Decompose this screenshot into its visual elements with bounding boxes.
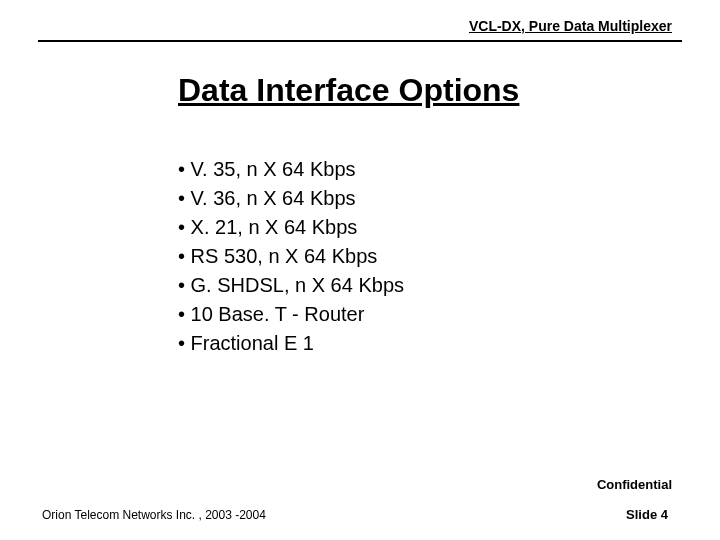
confidential-label: Confidential <box>597 477 672 492</box>
header-label: VCL-DX, Pure Data Multiplexer <box>469 18 672 34</box>
list-item: V. 36, n X 64 Kbps <box>178 184 404 213</box>
footer-org: Orion Telecom Networks Inc. , 2003 -2004 <box>42 508 266 522</box>
page-title: Data Interface Options <box>178 72 519 109</box>
bullet-list: V. 35, n X 64 Kbps V. 36, n X 64 Kbps X.… <box>178 155 404 358</box>
list-item: G. SHDSL, n X 64 Kbps <box>178 271 404 300</box>
list-item: V. 35, n X 64 Kbps <box>178 155 404 184</box>
list-item: RS 530, n X 64 Kbps <box>178 242 404 271</box>
list-item: 10 Base. T - Router <box>178 300 404 329</box>
header-rule <box>38 40 682 42</box>
slide: VCL-DX, Pure Data Multiplexer Data Inter… <box>0 0 720 540</box>
list-item: Fractional E 1 <box>178 329 404 358</box>
list-item: X. 21, n X 64 Kbps <box>178 213 404 242</box>
slide-number: Slide 4 <box>626 507 668 522</box>
